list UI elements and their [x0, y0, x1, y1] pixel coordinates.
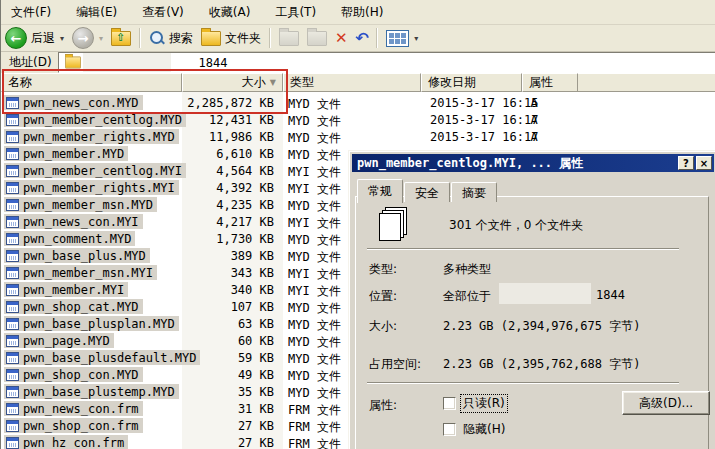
views-grid-icon	[386, 30, 409, 47]
delete-x-icon: ✕	[335, 31, 348, 46]
folders-button[interactable]: 文件夹	[197, 26, 265, 50]
checkbox-label: 隐藏(H)	[461, 421, 507, 438]
menu-item[interactable]: 文件(F)	[1, 1, 66, 24]
menu-item[interactable]: 查看(V)	[132, 1, 199, 24]
selected-name-cell[interactable]: pwn_page.MYD	[4, 333, 114, 348]
type-value: 多种类型	[443, 261, 491, 278]
advanced-button[interactable]: 高级(D)...	[622, 391, 710, 415]
file-size: 6,610 KB	[182, 147, 274, 161]
selected-name-cell[interactable]: pwn_member.MYI	[4, 282, 128, 297]
file-size: 2,285,872 KB	[182, 96, 274, 110]
toolbar-separator	[269, 28, 271, 48]
file-modified: 2015-3-17 16:17	[430, 113, 538, 127]
table-row[interactable]: pwn_member_centlog.MYD 12,431 KB MYD 文件 …	[1, 111, 715, 128]
menu-item[interactable]: 收藏(A)	[199, 1, 266, 24]
dialog-tab[interactable]: 摘要	[451, 182, 497, 202]
file-icon	[6, 369, 19, 381]
file-name: pwn_member_msn.MYD	[23, 198, 153, 212]
properties-dialog: pwn_member_centlog.MYI, ... 属性 ? × 常规 安全…	[348, 150, 715, 449]
column-header-type[interactable]: 类型	[283, 73, 421, 92]
selected-name-cell[interactable]: pwn_shop_cat.MYD	[4, 299, 143, 314]
folder-up-icon: ⇧	[111, 31, 131, 46]
file-icon	[6, 250, 19, 262]
checkbox-row: 只读(R)	[443, 395, 507, 412]
column-header-attributes[interactable]: 属性	[522, 73, 578, 92]
file-size: 59 KB	[182, 351, 274, 365]
divider	[367, 382, 679, 384]
file-name: pwn_base_plus.MYD	[23, 249, 146, 263]
file-name: pwn_shop_con.MYD	[23, 368, 139, 382]
back-button[interactable]: ← 后退 ▾	[1, 26, 68, 50]
help-button[interactable]: ?	[678, 156, 694, 170]
selected-name-cell[interactable]: pwn_shop_con.frm	[4, 418, 143, 433]
size-on-disk-label: 占用空间:	[369, 356, 421, 373]
file-size: 343 KB	[182, 266, 274, 280]
selected-name-cell[interactable]: pwn_hz_con.frm	[4, 435, 128, 449]
search-label: 搜索	[169, 30, 193, 47]
checkbox[interactable]	[443, 423, 456, 436]
selected-name-cell[interactable]: pwn_comment.MYD	[4, 231, 135, 246]
file-icon	[6, 284, 19, 296]
sort-descending-icon: ▼	[270, 78, 276, 87]
up-button[interactable]: ⇧	[107, 26, 135, 50]
views-button[interactable]: ▾	[382, 26, 422, 50]
table-row[interactable]: pwn_member_rights.MYD 11,986 KB MYD 文件 2…	[1, 128, 715, 145]
file-icon	[6, 182, 19, 194]
attributes-label: 属性:	[369, 397, 397, 414]
dialog-tab[interactable]: 常规	[357, 179, 403, 203]
file-name: pwn_member_centlog.MYD	[23, 113, 182, 127]
file-name: pwn_member_msn.MYI	[23, 266, 153, 280]
file-icon	[6, 199, 19, 211]
file-name: pwn_news_con.MYD	[23, 96, 139, 110]
menu-item[interactable]: 工具(T)	[265, 1, 331, 24]
file-name: pwn_member.MYI	[23, 283, 124, 297]
dialog-tabs: 常规 安全 摘要	[357, 178, 498, 202]
dialog-title: pwn_member_centlog.MYI, ... 属性	[357, 155, 676, 172]
selected-name-cell[interactable]: pwn_member_rights.MYD	[4, 129, 179, 144]
back-arrow-icon: ←	[5, 27, 27, 49]
back-dropdown-icon[interactable]: ▾	[60, 34, 64, 43]
file-size: 107 KB	[182, 300, 274, 314]
file-attributes: A	[524, 130, 544, 144]
column-header-name[interactable]: 名称	[1, 73, 182, 92]
dialog-tab[interactable]: 安全	[404, 182, 450, 202]
selected-name-cell[interactable]: pwn_member_centlog.MYD	[4, 112, 186, 127]
close-button[interactable]: ×	[696, 156, 712, 170]
file-icon	[6, 114, 19, 126]
selected-name-cell[interactable]: pwn_member_msn.MYI	[4, 265, 157, 280]
file-size: 4,564 KB	[182, 164, 274, 178]
checkbox[interactable]	[443, 397, 456, 410]
menu-item[interactable]: 帮助(H)	[331, 1, 398, 24]
location-redaction	[499, 283, 591, 304]
table-row[interactable]: pwn_news_con.MYD 2,285,872 KB MYD 文件 201…	[1, 94, 715, 111]
search-button[interactable]: 搜索	[145, 26, 197, 50]
selected-name-cell[interactable]: pwn_base_plustemp.MYD	[4, 384, 179, 399]
column-header-size[interactable]: 大小▼	[182, 73, 283, 92]
selected-name-cell[interactable]: pwn_member_msn.MYD	[4, 197, 157, 212]
views-dropdown-icon[interactable]: ▾	[414, 34, 418, 43]
menu-item[interactable]: 编辑(E)	[66, 1, 132, 24]
file-size: 4,392 KB	[182, 181, 274, 195]
file-icon	[6, 386, 19, 398]
selected-name-cell[interactable]: pwn_member_centlog.MYI	[4, 163, 186, 178]
file-modified: 2015-3-17 16:17	[430, 130, 538, 144]
dialog-title-bar[interactable]: pwn_member_centlog.MYI, ... 属性 ? ×	[352, 154, 714, 172]
selected-name-cell[interactable]: pwn_shop_con.MYD	[4, 367, 143, 382]
delete-button[interactable]: ✕	[331, 26, 352, 50]
file-size: 389 KB	[182, 249, 274, 263]
selected-name-cell[interactable]: pwn_member_rights.MYI	[4, 180, 179, 195]
file-icon	[6, 216, 19, 228]
file-name: pwn_shop_con.frm	[23, 419, 139, 433]
selected-name-cell[interactable]: pwn_member.MYD	[4, 146, 128, 161]
address-input[interactable]: 1844	[58, 52, 715, 73]
undo-button[interactable]: ↶	[352, 26, 373, 50]
column-header-modified[interactable]: 修改日期	[421, 73, 522, 92]
selected-name-cell[interactable]: pwn_base_plus.MYD	[4, 248, 150, 263]
selected-name-cell[interactable]: pwn_news_con.MYD	[4, 95, 143, 110]
selected-name-cell[interactable]: pwn_news_con.MYI	[4, 214, 143, 229]
multiple-files-icon	[379, 207, 405, 239]
selected-name-cell[interactable]: pwn_news_con.frm	[4, 401, 143, 416]
forward-button[interactable]: → ▾	[68, 26, 107, 50]
selected-name-cell[interactable]: pwn_base_plusdefault.MYD	[4, 350, 200, 365]
selected-name-cell[interactable]: pwn_base_plusplan.MYD	[4, 316, 179, 331]
